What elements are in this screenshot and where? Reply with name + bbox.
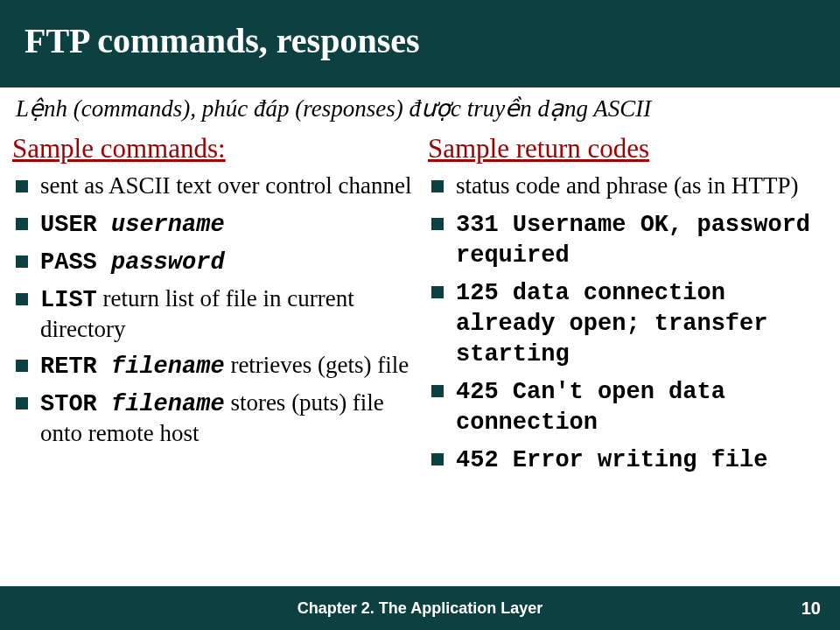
list-item: 331 Username OK, password required	[428, 209, 828, 270]
slide-title: FTP commands, responses	[24, 20, 420, 61]
slide: FTP commands, responses Lệnh (commands),…	[0, 0, 840, 630]
list-item: RETR filename retrieves (gets) file	[12, 351, 412, 382]
list-item: STOR filename stores (puts) file onto re…	[12, 388, 412, 448]
list-item: PASS password	[12, 247, 412, 277]
list-item: 125 data connection already open; transf…	[428, 277, 828, 369]
list-item: 425 Can't open data connection	[428, 376, 828, 438]
left-column: Sample commands: sent as ASCII text over…	[12, 133, 412, 586]
list-item: status code and phrase (as in HTTP)	[428, 172, 828, 202]
list-item: sent as ASCII text over control channel	[12, 172, 412, 202]
right-heading: Sample return codes	[428, 133, 828, 164]
left-list: sent as ASCII text over control channel …	[12, 172, 412, 448]
right-list: status code and phrase (as in HTTP) 331 …	[428, 172, 828, 474]
list-item: LIST return list of file in current dire…	[12, 284, 412, 344]
title-bar: FTP commands, responses	[0, 0, 840, 88]
right-column: Sample return codes status code and phra…	[428, 133, 828, 586]
list-item: 452 Error writing file	[428, 444, 828, 475]
left-heading: Sample commands:	[12, 133, 412, 164]
list-item: USER username	[12, 209, 412, 240]
footer-bar: Chapter 2. The Application Layer 10	[0, 586, 840, 630]
slide-subtitle: Lệnh (commands), phúc đáp (responses) đư…	[0, 88, 840, 126]
footer-page-number: 10	[802, 598, 821, 619]
footer-chapter: Chapter 2. The Application Layer	[298, 599, 542, 618]
content-area: Sample commands: sent as ASCII text over…	[0, 126, 840, 586]
